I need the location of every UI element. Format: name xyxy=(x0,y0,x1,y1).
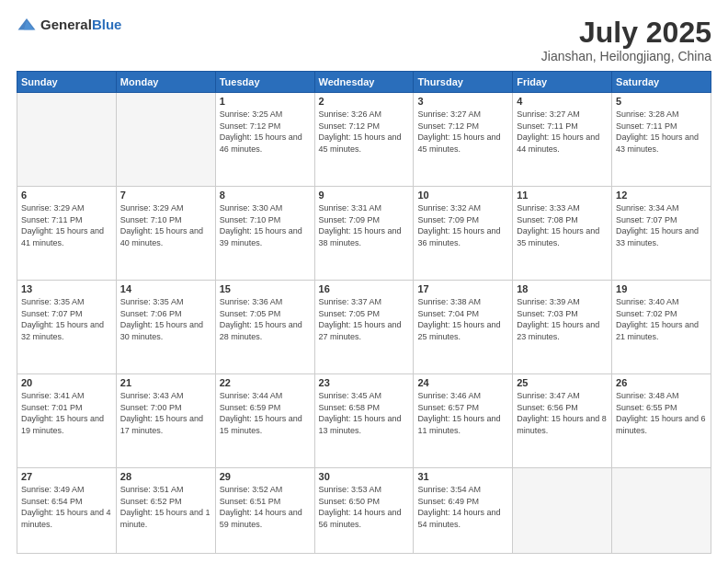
location: Jianshan, Heilongjiang, China xyxy=(541,49,711,63)
logo: GeneralBlue xyxy=(17,17,121,33)
day-number: 8 xyxy=(220,190,311,201)
day-info: Sunrise: 3:52 AMSunset: 6:51 PMDaylight:… xyxy=(220,484,311,530)
title-block: July 2025 Jianshan, Heilongjiang, China xyxy=(541,17,711,63)
day-number: 31 xyxy=(417,471,508,482)
table-row: 31Sunrise: 3:54 AMSunset: 6:49 PMDayligh… xyxy=(414,468,513,554)
table-row: 3Sunrise: 3:27 AMSunset: 7:12 PMDaylight… xyxy=(414,93,513,187)
day-info: Sunrise: 3:41 AMSunset: 7:01 PMDaylight:… xyxy=(21,390,112,436)
table-row: 22Sunrise: 3:44 AMSunset: 6:59 PMDayligh… xyxy=(215,374,314,468)
header: GeneralBlue July 2025 Jianshan, Heilongj… xyxy=(17,17,711,63)
day-info: Sunrise: 3:32 AMSunset: 7:09 PMDaylight:… xyxy=(417,202,508,248)
table-row xyxy=(116,93,215,187)
day-number: 6 xyxy=(21,190,112,201)
day-number: 5 xyxy=(616,96,707,107)
logo-general: General xyxy=(40,17,92,32)
day-info: Sunrise: 3:40 AMSunset: 7:02 PMDaylight:… xyxy=(616,296,707,342)
table-row: 29Sunrise: 3:52 AMSunset: 6:51 PMDayligh… xyxy=(215,468,314,554)
day-info: Sunrise: 3:53 AMSunset: 6:50 PMDaylight:… xyxy=(319,484,410,530)
logo-icon xyxy=(17,17,37,33)
day-number: 17 xyxy=(417,283,508,294)
day-info: Sunrise: 3:27 AMSunset: 7:12 PMDaylight:… xyxy=(417,109,508,155)
day-info: Sunrise: 3:30 AMSunset: 7:10 PMDaylight:… xyxy=(220,202,311,248)
day-number: 7 xyxy=(120,190,211,201)
table-row xyxy=(17,93,117,187)
table-row: 9Sunrise: 3:31 AMSunset: 7:09 PMDaylight… xyxy=(314,187,414,281)
day-number: 12 xyxy=(616,190,707,201)
day-number: 28 xyxy=(120,471,211,482)
table-row: 4Sunrise: 3:27 AMSunset: 7:11 PMDaylight… xyxy=(513,93,612,187)
day-info: Sunrise: 3:29 AMSunset: 7:10 PMDaylight:… xyxy=(120,202,211,248)
table-row: 15Sunrise: 3:36 AMSunset: 7:05 PMDayligh… xyxy=(215,281,314,374)
table-row xyxy=(513,468,612,554)
month-year: July 2025 xyxy=(541,17,711,49)
table-row: 26Sunrise: 3:48 AMSunset: 6:55 PMDayligh… xyxy=(612,374,711,468)
day-number: 14 xyxy=(120,283,211,294)
table-row: 16Sunrise: 3:37 AMSunset: 7:05 PMDayligh… xyxy=(314,281,414,374)
table-row: 30Sunrise: 3:53 AMSunset: 6:50 PMDayligh… xyxy=(314,468,414,554)
day-info: Sunrise: 3:46 AMSunset: 6:57 PMDaylight:… xyxy=(417,390,508,436)
table-row: 5Sunrise: 3:28 AMSunset: 7:11 PMDaylight… xyxy=(612,93,711,187)
col-saturday: Saturday xyxy=(612,72,711,93)
day-number: 21 xyxy=(120,377,211,388)
table-row: 20Sunrise: 3:41 AMSunset: 7:01 PMDayligh… xyxy=(17,374,117,468)
day-info: Sunrise: 3:34 AMSunset: 7:07 PMDaylight:… xyxy=(616,202,707,248)
day-info: Sunrise: 3:35 AMSunset: 7:07 PMDaylight:… xyxy=(21,296,112,342)
day-number: 15 xyxy=(220,283,311,294)
table-row: 24Sunrise: 3:46 AMSunset: 6:57 PMDayligh… xyxy=(414,374,513,468)
col-tuesday: Tuesday xyxy=(215,72,314,93)
day-info: Sunrise: 3:49 AMSunset: 6:54 PMDaylight:… xyxy=(21,484,112,530)
day-number: 19 xyxy=(616,283,707,294)
day-info: Sunrise: 3:38 AMSunset: 7:04 PMDaylight:… xyxy=(417,296,508,342)
table-row: 28Sunrise: 3:51 AMSunset: 6:52 PMDayligh… xyxy=(116,468,215,554)
day-info: Sunrise: 3:43 AMSunset: 7:00 PMDaylight:… xyxy=(120,390,211,436)
calendar-table: Sunday Monday Tuesday Wednesday Thursday… xyxy=(17,71,711,554)
day-number: 30 xyxy=(319,471,410,482)
day-info: Sunrise: 3:47 AMSunset: 6:56 PMDaylight:… xyxy=(517,390,608,436)
day-number: 9 xyxy=(319,190,410,201)
table-row: 8Sunrise: 3:30 AMSunset: 7:10 PMDaylight… xyxy=(215,187,314,281)
day-number: 13 xyxy=(21,283,112,294)
day-number: 29 xyxy=(220,471,311,482)
day-number: 1 xyxy=(220,96,311,107)
day-info: Sunrise: 3:37 AMSunset: 7:05 PMDaylight:… xyxy=(319,296,410,342)
day-info: Sunrise: 3:28 AMSunset: 7:11 PMDaylight:… xyxy=(616,109,707,155)
day-number: 2 xyxy=(319,96,410,107)
table-row: 17Sunrise: 3:38 AMSunset: 7:04 PMDayligh… xyxy=(414,281,513,374)
col-monday: Monday xyxy=(116,72,215,93)
day-number: 4 xyxy=(517,96,608,107)
day-number: 24 xyxy=(417,377,508,388)
table-row: 7Sunrise: 3:29 AMSunset: 7:10 PMDaylight… xyxy=(116,187,215,281)
day-number: 18 xyxy=(517,283,608,294)
day-info: Sunrise: 3:51 AMSunset: 6:52 PMDaylight:… xyxy=(120,484,211,530)
day-number: 26 xyxy=(616,377,707,388)
table-row: 19Sunrise: 3:40 AMSunset: 7:02 PMDayligh… xyxy=(612,281,711,374)
col-thursday: Thursday xyxy=(414,72,513,93)
day-info: Sunrise: 3:33 AMSunset: 7:08 PMDaylight:… xyxy=(517,202,608,248)
day-info: Sunrise: 3:44 AMSunset: 6:59 PMDaylight:… xyxy=(220,390,311,436)
table-row: 12Sunrise: 3:34 AMSunset: 7:07 PMDayligh… xyxy=(612,187,711,281)
day-number: 10 xyxy=(417,190,508,201)
day-number: 25 xyxy=(517,377,608,388)
day-info: Sunrise: 3:25 AMSunset: 7:12 PMDaylight:… xyxy=(220,109,311,155)
table-row: 1Sunrise: 3:25 AMSunset: 7:12 PMDaylight… xyxy=(215,93,314,187)
logo-blue: Blue xyxy=(92,17,122,32)
day-info: Sunrise: 3:36 AMSunset: 7:05 PMDaylight:… xyxy=(220,296,311,342)
table-row: 23Sunrise: 3:45 AMSunset: 6:58 PMDayligh… xyxy=(314,374,414,468)
day-info: Sunrise: 3:45 AMSunset: 6:58 PMDaylight:… xyxy=(319,390,410,436)
table-row: 6Sunrise: 3:29 AMSunset: 7:11 PMDaylight… xyxy=(17,187,117,281)
col-wednesday: Wednesday xyxy=(314,72,414,93)
day-info: Sunrise: 3:54 AMSunset: 6:49 PMDaylight:… xyxy=(417,484,508,530)
col-sunday: Sunday xyxy=(17,72,117,93)
day-number: 27 xyxy=(21,471,112,482)
day-info: Sunrise: 3:31 AMSunset: 7:09 PMDaylight:… xyxy=(319,202,410,248)
day-info: Sunrise: 3:39 AMSunset: 7:03 PMDaylight:… xyxy=(517,296,608,342)
day-number: 22 xyxy=(220,377,311,388)
day-number: 11 xyxy=(517,190,608,201)
table-row xyxy=(612,468,711,554)
day-info: Sunrise: 3:48 AMSunset: 6:55 PMDaylight:… xyxy=(616,390,707,436)
table-row: 18Sunrise: 3:39 AMSunset: 7:03 PMDayligh… xyxy=(513,281,612,374)
day-info: Sunrise: 3:29 AMSunset: 7:11 PMDaylight:… xyxy=(21,202,112,248)
day-info: Sunrise: 3:26 AMSunset: 7:12 PMDaylight:… xyxy=(319,109,410,155)
calendar-header-row: Sunday Monday Tuesday Wednesday Thursday… xyxy=(17,72,711,93)
table-row: 14Sunrise: 3:35 AMSunset: 7:06 PMDayligh… xyxy=(116,281,215,374)
